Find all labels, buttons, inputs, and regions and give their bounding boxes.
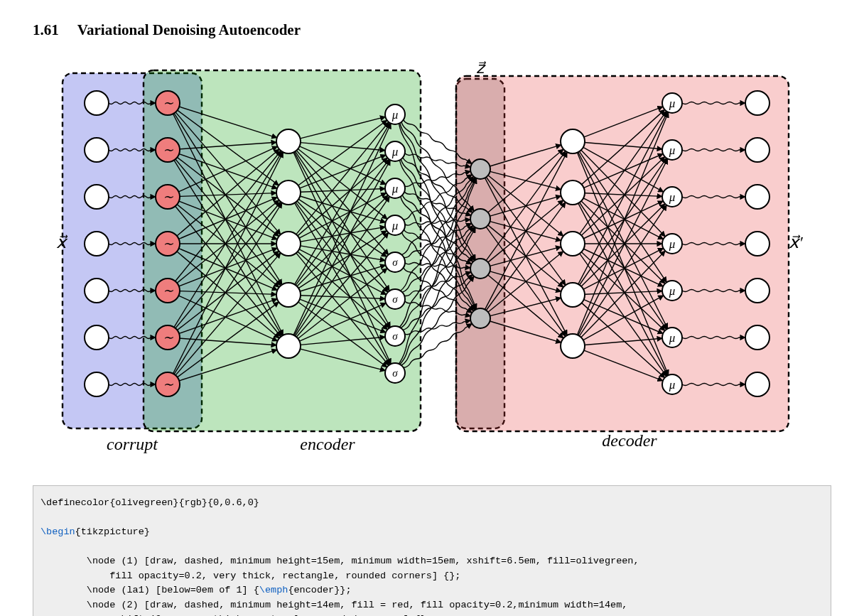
z-node <box>470 308 490 328</box>
svg-point-140 <box>85 372 109 396</box>
input-node <box>85 138 109 162</box>
svg-text:μ: μ <box>392 145 399 158</box>
svg-point-159 <box>276 334 301 358</box>
svg-point-139 <box>85 325 109 350</box>
encoder-label: encoder <box>300 435 355 453</box>
encoder-hidden-node <box>276 283 301 307</box>
input-node <box>85 232 109 256</box>
mu-node: μ <box>385 178 405 198</box>
decoder-label: decoder <box>602 431 657 450</box>
svg-point-177 <box>470 209 490 229</box>
corrupt-node: ∼ <box>156 232 180 256</box>
svg-text:μ: μ <box>669 97 676 110</box>
decoder-hidden-node <box>561 129 585 153</box>
svg-point-200 <box>745 138 770 162</box>
output-node <box>745 325 770 350</box>
decoder-mu-node: μ <box>662 187 682 207</box>
z-label: z⃗ <box>476 59 487 77</box>
code-keyword: \begin <box>40 526 75 537</box>
x-output-label: x⃗′ <box>789 233 803 252</box>
svg-point-137 <box>85 232 109 256</box>
svg-text:∼: ∼ <box>163 283 173 298</box>
svg-text:μ: μ <box>392 108 399 121</box>
svg-text:μ: μ <box>669 190 676 204</box>
svg-point-155 <box>276 129 301 153</box>
svg-point-181 <box>561 180 585 205</box>
svg-point-176 <box>470 159 490 179</box>
input-node <box>85 325 109 350</box>
z-node <box>470 209 490 229</box>
svg-point-180 <box>561 129 585 153</box>
decoder-mu-node: μ <box>662 328 682 347</box>
decoder-hidden-node <box>561 283 585 307</box>
output-node <box>745 138 770 162</box>
svg-point-204 <box>745 325 770 350</box>
corrupt-node: ∼ <box>156 372 180 396</box>
z-node <box>470 259 490 279</box>
corrupt-node: ∼ <box>156 138 180 162</box>
decoder-mu-node: μ <box>662 93 682 113</box>
svg-text:μ: μ <box>392 219 399 232</box>
decoder-mu-node: μ <box>662 281 682 301</box>
encoder-hidden-node <box>276 129 301 153</box>
output-node <box>745 91 770 115</box>
output-node <box>745 185 770 209</box>
svg-point-179 <box>470 308 490 328</box>
svg-point-199 <box>745 91 770 115</box>
svg-point-135 <box>85 138 109 162</box>
decoder-hidden-node <box>561 232 585 256</box>
decoder-mu-node: μ <box>662 140 682 160</box>
output-node <box>745 279 770 303</box>
section-number: 1.61 <box>33 21 59 38</box>
encoder-hidden-node <box>276 180 301 205</box>
svg-text:∼: ∼ <box>163 377 173 391</box>
output-node <box>745 372 770 396</box>
code-line: {encoder}}; <box>288 585 351 595</box>
svg-text:μ: μ <box>669 378 676 391</box>
code-line: \node (1) [draw, dashed, minimum height=… <box>40 556 639 566</box>
svg-point-205 <box>745 372 770 396</box>
svg-text:μ: μ <box>669 284 676 298</box>
figure: ∼∼∼∼∼∼∼μμμμσσσσμμμμμμμx⃗x⃗′z⃗corruptenco… <box>33 52 846 464</box>
corrupt-node: ∼ <box>156 91 180 115</box>
z-node <box>470 159 490 179</box>
svg-point-182 <box>561 232 585 256</box>
encoder-hidden-node <box>276 232 301 256</box>
sigma-node: σ <box>385 363 405 383</box>
svg-text:∼: ∼ <box>163 96 173 110</box>
encoder-hidden-node <box>276 334 301 358</box>
svg-text:μ: μ <box>669 237 676 251</box>
svg-text:μ: μ <box>669 331 676 345</box>
corrupt-label: corrupt <box>107 435 158 453</box>
svg-text:σ: σ <box>392 367 398 379</box>
decoder-mu-node: μ <box>662 374 682 394</box>
sigma-node: σ <box>385 326 405 346</box>
code-line: \definecolor{olivegreen}{rgb}{0,0.6,0} <box>40 497 259 508</box>
svg-point-201 <box>745 185 770 209</box>
decoder-mu-node: μ <box>662 234 682 254</box>
code-line: \node (2) [draw, dashed, minimum height=… <box>40 600 627 610</box>
mu-node: μ <box>385 104 405 124</box>
code-line: fill opacity=0.2, very thick, rectangle,… <box>40 571 460 581</box>
svg-text:σ: σ <box>392 256 398 268</box>
sigma-node: σ <box>385 289 405 309</box>
decoder-hidden-node <box>561 334 585 358</box>
corrupt-node: ∼ <box>156 279 180 303</box>
section-title: Variational Denoising Autoencoder <box>77 21 301 38</box>
svg-text:μ: μ <box>392 182 399 195</box>
code-listing: \definecolor{olivegreen}{rgb}{0,0.6,0} \… <box>33 485 831 616</box>
svg-point-134 <box>85 91 109 115</box>
input-node <box>85 279 109 303</box>
code-line: {tikzpicture} <box>75 526 150 537</box>
svg-text:σ: σ <box>392 293 398 305</box>
sigma-node: σ <box>385 252 405 272</box>
svg-point-203 <box>745 279 770 303</box>
svg-point-158 <box>276 283 301 307</box>
svg-point-184 <box>561 334 585 358</box>
corrupt-node: ∼ <box>156 185 180 209</box>
svg-text:σ: σ <box>392 330 398 342</box>
mu-node: μ <box>385 215 405 235</box>
svg-point-178 <box>470 259 490 279</box>
svg-point-136 <box>85 185 109 209</box>
svg-text:μ: μ <box>669 144 676 157</box>
